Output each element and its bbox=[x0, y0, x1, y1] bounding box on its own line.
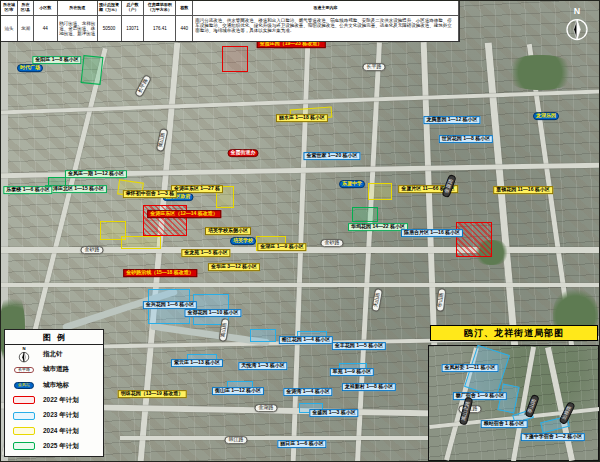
plan-label-2024: 丽水庄 1—18 栋小区 bbox=[276, 114, 328, 122]
table-cell: 雨污分流改造、供水管网改造、楼道和出入口整治、燃气管道改造、弱电线路规整、安防及… bbox=[193, 16, 459, 41]
plan-label-2023: 金丰花园 1—5 栋小区 bbox=[332, 342, 386, 350]
landmark-label: 培英学校 bbox=[230, 237, 256, 245]
renovation-plan-table: 所在城区/市所在区/县小区数所在街道预计总投资额（万元）总户数（户）住房建筑面积… bbox=[0, 0, 460, 42]
table-header-cell: 小区数 bbox=[34, 1, 58, 16]
plan-label-2023: 粮站宿舍 1 栋小区 bbox=[481, 420, 528, 428]
road-name-label: 黄山路 bbox=[156, 128, 168, 152]
plan-label-2024: 金涛庄东区 1—27 栋 bbox=[171, 185, 223, 193]
plan-label-2023: 紫云庄 1—13 栋小区 bbox=[171, 359, 223, 367]
plan-label-2023: 陈厝合片区 1—16 栋小区 bbox=[401, 229, 463, 237]
road-name-label: 华山路 bbox=[436, 288, 446, 312]
legend-item: 2024 年计划 bbox=[5, 424, 103, 438]
table-header-cell: 所在区/县 bbox=[18, 1, 34, 16]
table-cell: 鸥汀街道、龙祥街道、金霞街道、珠池街道、新津街道 bbox=[58, 16, 98, 41]
road-name-label: 长平路 bbox=[134, 74, 152, 98]
table-cell: 13071 bbox=[122, 16, 145, 41]
table-header-row: 所在城区/市所在区/县小区数所在街道预计总投资额（万元）总户数（户）住房建筑面积… bbox=[1, 1, 459, 16]
table-cell: 汕头 bbox=[1, 16, 18, 41]
legend-item-label: 2022 年计划 bbox=[43, 396, 79, 405]
plan-label-2023: 金涛湾 1—4 栋小区 bbox=[283, 388, 332, 396]
plan-label-2023: 丽日庄 1—6 栋小区 bbox=[277, 440, 326, 448]
table-header-cell: 住房建筑面积（万平方米） bbox=[144, 1, 176, 16]
plan-label-2023: 下蓬中学宿舍 1—2 栋小区 bbox=[521, 433, 585, 441]
table-header-cell: 所在城区/市 bbox=[1, 1, 18, 16]
plan-label-2025: 丰泽庄北区 1—15 栋小区 bbox=[45, 185, 107, 193]
plan-swatch bbox=[5, 412, 43, 420]
legend-item: 2025 年计划 bbox=[5, 439, 103, 453]
plan-label-2024: 嘉顿花园 11—16 栋小区 bbox=[493, 186, 553, 194]
legend-item-label: 指北针 bbox=[43, 350, 63, 359]
table-header-cell: 所在街道 bbox=[58, 1, 98, 16]
legend: 图例 N指北针长平路城市道路金凤坛城市地标2022 年计划2023 年计划202… bbox=[4, 329, 104, 457]
legend-item: 2022 年计划 bbox=[5, 393, 103, 407]
plan-label-2025: 华坞花园 14—22 栋小区 bbox=[348, 223, 408, 231]
north-arrow-icon: N bbox=[564, 4, 590, 44]
table-cell: 176.41 bbox=[144, 16, 176, 41]
road-name-label: 嵩山路 bbox=[219, 318, 230, 342]
plan-label-2023: 金凤村委 1—11 栋小区 bbox=[442, 364, 499, 372]
plan-label-2025: 金阳庄 1—8 栋小区 bbox=[32, 56, 81, 64]
table-row: 汕头龙湖44鸥汀街道、龙祥街道、金霞街道、珠池街道、新津街道5050013071… bbox=[1, 16, 459, 41]
legend-item-label: 城市地标 bbox=[43, 381, 69, 390]
road-name-label: 韩江路 bbox=[225, 436, 248, 444]
table-header-cell: 改造主要内容 bbox=[193, 1, 459, 16]
plan-label-2023: 世贸花园 1—8 栋小区 bbox=[439, 135, 493, 143]
plan-label-2025: 乐泰楼 1—6 栋小区 bbox=[3, 186, 52, 194]
compass-icon: N bbox=[5, 345, 43, 364]
plan-label-2023: 金紫世家 1—20 栋小区 bbox=[303, 152, 360, 160]
plan-label-2024: 金龙苑 1—5 栋小区 bbox=[181, 249, 230, 257]
plan-label-2023: 金都花园 1—10 栋小区 bbox=[184, 309, 241, 317]
plan-label-2024: 金湖庄 1—9 栋小区 bbox=[257, 243, 306, 251]
plan-color-box bbox=[13, 442, 35, 450]
table-header-cell: 预计总投资额（万元） bbox=[98, 1, 122, 16]
plan-label-2023: 衡山庄 1—12 栋小区 bbox=[212, 387, 264, 395]
plan-swatch bbox=[5, 427, 43, 435]
plan-label-2024: 金华庄 3—12 栋小区 bbox=[208, 263, 260, 271]
legend-item-label: 2023 年计划 bbox=[43, 411, 79, 420]
plan-swatch bbox=[5, 396, 43, 404]
svg-text:N: N bbox=[574, 6, 580, 16]
legend-items: N指北针长平路城市道路金凤坛城市地标2022 年计划2023 年计划2024 年… bbox=[5, 345, 103, 456]
landmark-label: 龙湖乐园 bbox=[533, 112, 559, 120]
svg-text:N: N bbox=[22, 346, 25, 351]
legend-item: 2023 年计划 bbox=[5, 409, 103, 423]
table-header-cell: 栋数 bbox=[176, 1, 193, 16]
plan-label-2023: 龙腾嘉园 1—12 栋小区 bbox=[423, 116, 480, 124]
road-sample-pill: 长平路 bbox=[14, 367, 34, 374]
street-office-label: 金霞街道办 bbox=[228, 149, 259, 157]
road-name-label: 金砂路 bbox=[321, 239, 344, 247]
renovation-banner: 金砂路沿线（15—18 栋改造） bbox=[123, 269, 197, 277]
plan-label-2023: 翠苑 1—9 栋小区 bbox=[330, 368, 374, 376]
road-name-label: 金砂路 bbox=[81, 246, 104, 254]
legend-item-label: 2024 年计划 bbox=[43, 427, 79, 436]
plan-label-2023: 金兴花园 1—6 栋小区 bbox=[143, 301, 197, 309]
legend-item-label: 城市道路 bbox=[43, 365, 69, 374]
legend-item: 长平路城市道路 bbox=[5, 363, 103, 377]
inset-map-title: 鸥汀、龙祥街道局部图 bbox=[430, 325, 598, 341]
table-cell: 50500 bbox=[98, 16, 122, 41]
plan-label-2024: 聿怀初中宿舍 1—3 栋 bbox=[123, 190, 177, 198]
landmark-sample-pill: 金凤坛 bbox=[14, 382, 34, 389]
table-cell: 龙湖 bbox=[18, 16, 34, 41]
road-sample: 长平路 bbox=[5, 367, 43, 374]
legend-title: 图例 bbox=[5, 330, 103, 345]
plan-label-2023: 糖厂宿舍 1—9 栋小区 bbox=[453, 392, 507, 400]
plan-label-2024: 培英学校东侧小区 bbox=[205, 227, 251, 235]
landmark-sample: 金凤坛 bbox=[5, 382, 43, 389]
plan-color-box bbox=[13, 396, 35, 404]
table-cell: 440 bbox=[176, 16, 193, 41]
landmark-label: 东厦中学 bbox=[339, 180, 365, 188]
plan-label-2023: 天悦湾 1—3 栋小区 bbox=[238, 362, 287, 370]
plan-color-box bbox=[13, 427, 35, 435]
plan-swatch bbox=[5, 442, 43, 450]
plan-color-box bbox=[13, 412, 35, 420]
road-name-label: 金湖路 bbox=[255, 404, 278, 412]
road-name-label: 泰山路 bbox=[524, 394, 539, 418]
plan-label-2023: 金盛园 1—3 栋小区 bbox=[309, 409, 358, 417]
legend-item: 金凤坛城市地标 bbox=[5, 378, 103, 392]
plan-label-2025: 金凤庄一期 1—12 栋小区 bbox=[65, 170, 127, 178]
landmark-label: 时代广场 bbox=[17, 64, 43, 72]
plan-label-2023: 龙祥新村 1—8 栋小区 bbox=[342, 383, 396, 391]
road-name-label: 汕樟路 bbox=[558, 401, 575, 425]
legend-item-label: 2025 年计划 bbox=[43, 442, 79, 451]
